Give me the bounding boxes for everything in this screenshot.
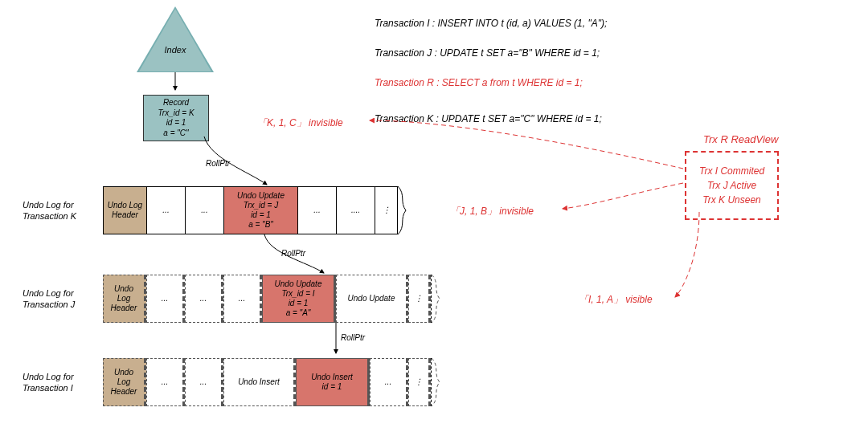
rollptr-3: RollPtr	[341, 333, 365, 342]
visibility-k: 「K, 1, C」 invisible	[257, 116, 343, 130]
undo-i-cell-3: Undo Insert	[223, 358, 296, 406]
undo-j-main-t: Undo Update	[275, 279, 322, 289]
sql-transaction-r: Transaction R : SELECT a from t WHERE id…	[375, 77, 583, 88]
undo-k-main: Undo Update Trx_id = J id = 1 a = "B"	[223, 186, 297, 234]
undo-row-i: Undo Log Header ... ... Undo Insert Undo…	[103, 358, 446, 406]
undo-k-cell-4: ...	[297, 186, 336, 234]
readview-l1: Trx I Commited	[699, 164, 764, 178]
undo-i-cell-5: ...	[370, 358, 408, 406]
undo-k-main-l3: a = "B"	[237, 220, 285, 230]
undo-j-cell-3: ...	[223, 275, 262, 323]
arrow-index-to-record	[169, 72, 185, 95]
sql-transaction-j: Transaction J : UPDATE t SET a="B" WHERE…	[375, 47, 600, 59]
readview-l2: Trx J Active	[699, 178, 764, 193]
readview-l3: Trx K Unseen	[699, 193, 764, 207]
readview-title: Trx R ReadView	[703, 133, 778, 145]
undo-k-cell-2: ...	[185, 186, 223, 234]
record-a: a = "C"	[144, 128, 208, 139]
record-title: Record	[144, 98, 208, 108]
sql-transaction-i: Transaction I : INSERT INTO t (id, a) VA…	[375, 18, 607, 29]
undo-j-main-l1: Trx_id = I	[275, 289, 322, 299]
undo-j-header: Undo Log Header	[103, 275, 146, 323]
rollptr-2: RollPtr	[281, 249, 305, 258]
undo-k-cell-1: ...	[146, 186, 185, 234]
undo-log-i-label: Undo Log for Transaction I	[23, 371, 103, 394]
record-trxid: Trx_id = K	[144, 108, 208, 119]
undo-row-k: Undo Log Header ... ... Undo Update Trx_…	[103, 186, 412, 234]
undo-k-main-t: Undo Update	[237, 191, 285, 201]
undo-k-cell-5: ....	[336, 186, 375, 234]
visibility-i: 「I, 1, A」 visible	[579, 293, 653, 307]
undo-j-cell-5: Undo Update	[336, 275, 408, 323]
undo-j-tail	[431, 275, 446, 323]
undo-k-header: Undo Log Header	[103, 186, 146, 234]
undo-i-cell-6: ⋮	[408, 358, 431, 406]
undo-i-header: Undo Log Header	[103, 358, 146, 406]
readview-box: Trx I Commited Trx J Active Trx K Unseen	[685, 151, 779, 220]
undo-j-cell-6: ⋮	[408, 275, 431, 323]
record-id: id = 1	[144, 118, 208, 128]
undo-i-cell-2: ...	[185, 358, 223, 406]
rollptr-1: RollPtr	[206, 159, 230, 168]
undo-i-main: Undo Insert id = 1	[296, 358, 370, 406]
undo-row-j: Undo Log Header ... ... ... Undo Update …	[103, 275, 446, 323]
undo-log-j-label: Undo Log for Transaction J	[23, 287, 103, 311]
undo-k-cell-6: ⋮	[375, 186, 397, 234]
undo-j-main: Undo Update Trx_id = I id = 1 a = "A"	[262, 275, 336, 323]
sql-transaction-k: Transaction K : UPDATE t SET a="C" WHERE…	[375, 113, 602, 124]
index-label: Index	[137, 45, 214, 55]
undo-i-cell-1: ...	[146, 358, 185, 406]
undo-j-main-l2: id = 1	[275, 299, 322, 308]
undo-i-main-l1: id = 1	[311, 382, 353, 392]
undo-j-cell-2: ...	[185, 275, 223, 323]
undo-j-main-l3: a = "A"	[275, 308, 322, 318]
undo-i-tail	[431, 358, 446, 406]
undo-i-main-t: Undo Insert	[311, 373, 353, 382]
undo-k-main-l2: id = 1	[237, 210, 285, 220]
undo-log-k-label: Undo Log for Transaction K	[23, 199, 103, 222]
undo-j-cell-1: ...	[146, 275, 185, 323]
undo-k-tail	[397, 186, 412, 234]
index-shape: Index	[137, 6, 214, 72]
undo-k-main-l1: Trx_id = J	[237, 201, 285, 210]
visibility-j: 「J, 1, B」 invisible	[450, 205, 534, 218]
record-box: Record Trx_id = K id = 1 a = "C"	[143, 95, 209, 141]
